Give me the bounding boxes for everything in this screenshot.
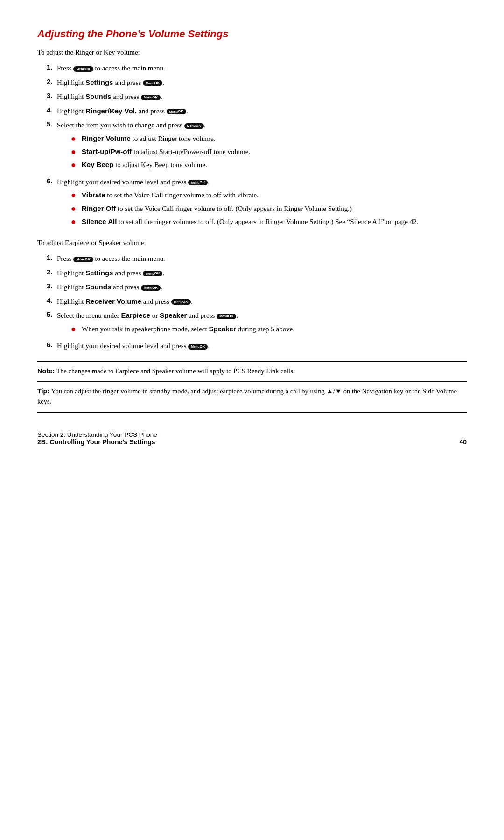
step5-bullets: ● Ringer Volume to adjust Ringer tone vo… bbox=[57, 133, 467, 171]
page-footer: Section 2: Understanding Your PCS Phone … bbox=[37, 431, 467, 446]
bullet-startup-pwoff: ● Start-up/Pw-off to adjust Start-up/Pow… bbox=[71, 147, 467, 157]
menu-ok-btn-r4: MenuOK bbox=[167, 109, 186, 114]
note-box: Note: The changes made to Earpiece and S… bbox=[37, 361, 467, 382]
menu-ok-btn-r3: MenuOK bbox=[141, 95, 161, 100]
page-title: Adjusting the Phone’s Volume Settings bbox=[37, 28, 467, 40]
ringer-step-6: 6. Highlight your desired volume level a… bbox=[37, 177, 467, 230]
footer-left: Section 2: Understanding Your PCS Phone … bbox=[37, 431, 157, 446]
ringer-step-3: 3. Highlight Sounds and press MenuOK. bbox=[37, 91, 467, 102]
step6-bullets: ● Vibrate to set the Voice Call ringer v… bbox=[57, 190, 467, 227]
menu-ok-btn-r6: MenuOK bbox=[188, 180, 208, 185]
menu-ok-btn-e1: MenuOK bbox=[73, 257, 93, 262]
earpiece-step-4: 4. Highlight Receiver Volume and press M… bbox=[37, 296, 467, 307]
menu-ok-btn-e6: MenuOK bbox=[188, 344, 208, 350]
earpiece-step-1: 1. Press MenuOK to access the main menu. bbox=[37, 253, 467, 264]
ringer-step-5: 5. Select the item you wish to change an… bbox=[37, 120, 467, 173]
menu-ok-btn-e3: MenuOK bbox=[141, 285, 161, 291]
menu-ok-btn-e2: MenuOK bbox=[143, 271, 162, 276]
menu-ok-btn-r2: MenuOK bbox=[143, 80, 162, 86]
menu-ok-btn-e5: MenuOK bbox=[217, 314, 236, 319]
earpiece-step-6: 6. Highlight your desired volume level a… bbox=[37, 341, 467, 351]
ringer-step-4: 4. Highlight Ringer/Key Vol. and press M… bbox=[37, 106, 467, 117]
earpiece-step-5: 5. Select the menu under Earpiece or Spe… bbox=[37, 310, 467, 337]
ringer-step-1: 1. Press MenuOK to access the main menu. bbox=[37, 63, 467, 74]
menu-ok-btn-r1: MenuOK bbox=[73, 66, 93, 72]
ringer-step-2: 2. Highlight Settings and press MenuOK. bbox=[37, 77, 467, 88]
intro-earpiece: To adjust Earpiece or Speaker volume: bbox=[37, 239, 467, 247]
tip-box: Tip: You can adjust the ringer volume in… bbox=[37, 382, 467, 413]
intro-ringer: To adjust the Ringer or Key volume: bbox=[37, 49, 467, 56]
footer-page: 40 bbox=[459, 438, 467, 446]
bullet-silence-all: ● Silence All to set all the ringer volu… bbox=[71, 217, 467, 227]
menu-ok-btn-e4: MenuOK bbox=[171, 299, 191, 305]
bullet-ringer-volume: ● Ringer Volume to adjust Ringer tone vo… bbox=[71, 133, 467, 144]
footer-section: Section 2: Understanding Your PCS Phone bbox=[37, 431, 157, 438]
earpiece-step-2: 2. Highlight Settings and press MenuOK. bbox=[37, 268, 467, 279]
note-text: The changes made to Earpiece and Speaker… bbox=[55, 367, 294, 375]
ringer-steps-list: 1. Press MenuOK to access the main menu.… bbox=[37, 63, 467, 230]
bullet-vibrate: ● Vibrate to set the Voice Call ringer v… bbox=[71, 190, 467, 201]
bullet-speakerphone: ● When you talk in speakerphone mode, se… bbox=[71, 324, 467, 335]
menu-ok-btn-r5: MenuOK bbox=[184, 123, 204, 129]
footer-section-bold: 2B: Controlling Your Phone’s Settings bbox=[37, 438, 157, 446]
step5e-bullets: ● When you talk in speakerphone mode, se… bbox=[57, 324, 467, 335]
tip-text: You can adjust the ringer volume in stan… bbox=[37, 387, 457, 405]
earpiece-steps-list: 1. Press MenuOK to access the main menu.… bbox=[37, 253, 467, 351]
tip-label: Tip: bbox=[37, 387, 49, 395]
earpiece-step-3: 3. Highlight Sounds and press MenuOK. bbox=[37, 282, 467, 293]
bullet-ringer-off: ● Ringer Off to set the Voice Call ringe… bbox=[71, 203, 467, 214]
bullet-key-beep: ● Key Beep to adjust Key Beep tone volum… bbox=[71, 160, 467, 170]
note-label: Note: bbox=[37, 367, 55, 375]
